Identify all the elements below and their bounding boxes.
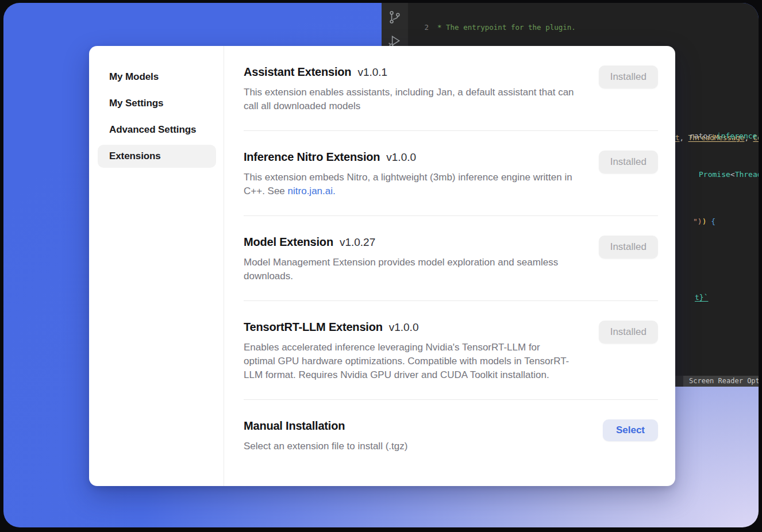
extension-item-tensorrt-llm: TensortRT-LLM Extension v1.0.0 Enables a… <box>244 301 658 400</box>
code-fragment: Promise<ThreadMessage> <box>699 170 759 179</box>
installed-button[interactable]: Installed <box>599 65 658 88</box>
installed-button[interactable]: Installed <box>599 236 658 259</box>
hero-canvas: 2 * The entrypoint for the plugin. 3 */ … <box>3 3 759 527</box>
extension-item-model: Model Extension v1.0.27 Model Management… <box>244 216 658 301</box>
extension-name: TensortRT-LLM Extension <box>244 321 383 334</box>
settings-modal: My Models My Settings Advanced Settings … <box>89 46 675 486</box>
extension-version: v1.0.1 <box>357 66 387 79</box>
extension-name: Inference Nitro Extension <box>244 151 380 164</box>
nav-item-advanced-settings[interactable]: Advanced Settings <box>98 118 216 141</box>
extensions-list: Assistant Extension v1.0.1 This extensio… <box>224 46 675 486</box>
extension-version: v1.0.0 <box>386 151 416 164</box>
extension-description: This extension enables assistants, inclu… <box>244 86 574 113</box>
extension-item-assistant: Assistant Extension v1.0.1 This extensio… <box>244 46 658 131</box>
extension-description: Model Management Extension provides mode… <box>244 256 574 283</box>
extension-description: Select an extension file to install (.tg… <box>244 440 574 453</box>
extension-item-inference-nitro: Inference Nitro Extension v1.0.0 This ex… <box>244 131 658 216</box>
extension-name: Assistant Extension <box>244 65 351 79</box>
code-fragment: rator.inference(data)); <box>690 132 759 141</box>
extension-version: v1.0.27 <box>340 236 375 249</box>
line-number: 2 <box>408 23 429 32</box>
select-file-button[interactable]: Select <box>603 419 658 441</box>
nitro-jan-ai-link[interactable]: nitro.jan.ai. <box>288 186 336 196</box>
code-line: 2 * The entrypoint for the plugin. <box>408 23 759 32</box>
installed-button[interactable]: Installed <box>599 321 658 344</box>
extension-name: Model Extension <box>244 236 333 249</box>
source-control-icon[interactable] <box>387 10 402 25</box>
extension-item-manual-installation: Manual Installation Select an extension … <box>244 400 658 471</box>
nav-item-my-models[interactable]: My Models <box>98 65 216 88</box>
code-fragment: t}` <box>695 293 708 302</box>
settings-nav: My Models My Settings Advanced Settings … <box>89 46 224 486</box>
status-bar-item-screen-reader[interactable]: Screen Reader Optimize <box>683 376 759 387</box>
installed-button[interactable]: Installed <box>599 151 658 174</box>
extension-version: v1.0.0 <box>389 321 419 334</box>
extension-description: Enables accelerated inference leveraging… <box>244 341 574 382</box>
code-text: * The entrypoint for the plugin. <box>429 23 576 32</box>
extension-description: This extension embeds Nitro, a lightweig… <box>244 171 574 198</box>
nav-item-my-settings[interactable]: My Settings <box>98 92 216 115</box>
extension-name: Manual Installation <box>244 419 345 433</box>
nav-item-extensions[interactable]: Extensions <box>98 145 216 168</box>
code-fragment: ")) { <box>693 217 715 226</box>
